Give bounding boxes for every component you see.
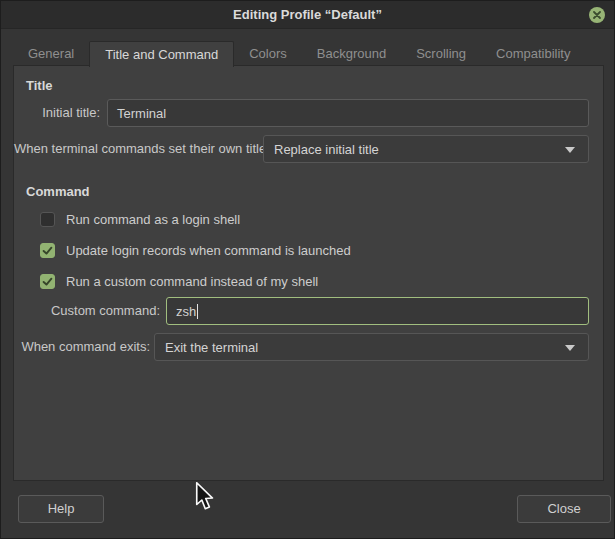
window-close-button[interactable] — [589, 7, 605, 23]
tab-page-title-and-command: Title Initial title: Terminal When termi… — [13, 65, 604, 481]
update-login-records-label: Update login records when command is lau… — [66, 243, 351, 258]
command-exits-selected: Exit the terminal — [165, 340, 258, 355]
initial-title-value: Terminal — [117, 106, 166, 121]
window-title: Editing Profile “Default” — [233, 7, 382, 22]
tab-compatibility[interactable]: Compatibility — [481, 41, 585, 66]
update-login-records-checkbox-row[interactable]: Update login records when command is lau… — [40, 242, 351, 258]
tab-title-and-command[interactable]: Title and Command — [89, 41, 234, 67]
tab-general[interactable]: General — [13, 41, 89, 66]
title-section-heading: Title — [26, 78, 53, 93]
login-shell-checkbox-row[interactable]: Run command as a login shell — [40, 211, 240, 227]
custom-command-checkbox-row[interactable]: Run a custom command instead of my shell — [40, 273, 318, 289]
titlebar: Editing Profile “Default” — [1, 1, 614, 29]
tab-colors[interactable]: Colors — [234, 41, 302, 66]
tab-scrolling[interactable]: Scrolling — [401, 41, 481, 66]
checkbox-icon[interactable] — [40, 243, 55, 258]
profile-editor-dialog: Editing Profile “Default” General Title … — [0, 0, 615, 539]
command-exits-label: When command exits: — [14, 333, 150, 361]
initial-title-label: Initial title: — [14, 99, 100, 127]
own-titles-label: When terminal commands set their own tit… — [14, 135, 256, 163]
login-shell-label: Run command as a login shell — [66, 212, 240, 227]
command-section-heading: Command — [26, 184, 90, 199]
custom-command-value: zsh — [176, 304, 196, 319]
custom-command-label: Custom command: — [14, 297, 160, 325]
checkmark-icon — [41, 275, 54, 288]
tab-bar: General Title and Command Colors Backgro… — [13, 41, 585, 66]
command-exits-dropdown[interactable]: Exit the terminal — [154, 333, 589, 361]
own-titles-dropdown[interactable]: Replace initial title — [263, 135, 589, 163]
tab-background[interactable]: Background — [302, 41, 401, 66]
mouse-cursor — [195, 482, 215, 512]
close-button[interactable]: Close — [517, 495, 611, 523]
initial-title-input[interactable]: Terminal — [107, 99, 589, 127]
help-button[interactable]: Help — [18, 495, 104, 523]
custom-command-input[interactable]: zsh — [166, 297, 589, 325]
checkbox-icon[interactable] — [40, 274, 55, 289]
close-icon — [593, 11, 601, 19]
chevron-down-icon — [565, 147, 575, 153]
custom-command-checkbox-label: Run a custom command instead of my shell — [66, 274, 318, 289]
text-caret — [197, 304, 198, 319]
own-titles-selected: Replace initial title — [274, 142, 379, 157]
checkbox-icon[interactable] — [40, 212, 55, 227]
checkmark-icon — [41, 244, 54, 257]
chevron-down-icon — [565, 345, 575, 351]
